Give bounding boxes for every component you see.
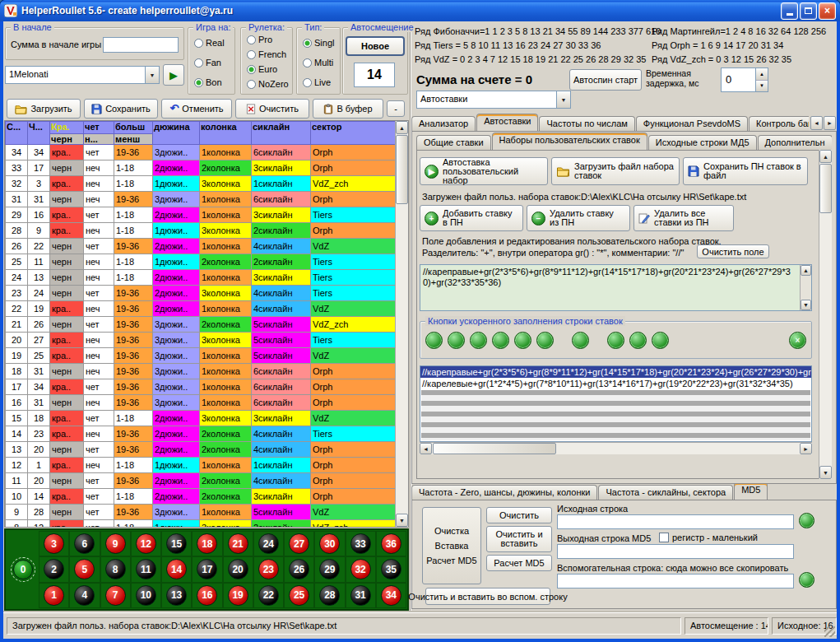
board-cell-4[interactable]: 4 bbox=[69, 583, 100, 608]
radio-euro[interactable]: Euro bbox=[247, 64, 277, 74]
md5-source-input[interactable] bbox=[557, 514, 794, 529]
header-low[interactable]: менш bbox=[114, 134, 153, 145]
history-row[interactable]: 2511черннеч1-181дюжи..2колонка2сиклайнTi… bbox=[6, 254, 397, 270]
history-row[interactable]: 2027кра..неч19-363дюжи..3колонка5сиклайн… bbox=[6, 333, 397, 348]
clear-field-button[interactable]: Очистить поле bbox=[697, 244, 769, 258]
board-cell-25[interactable]: 25 bbox=[284, 583, 314, 608]
tab-number-frequencies[interactable]: Частоты по числам bbox=[539, 116, 634, 131]
minimize-button[interactable] bbox=[781, 2, 798, 20]
board-cell-15[interactable]: 15 bbox=[161, 531, 192, 556]
radio-live[interactable]: Live bbox=[303, 77, 331, 87]
lowercase-option[interactable]: регистр - маленький bbox=[659, 533, 758, 542]
tab-general-stakes[interactable]: Общие ставки bbox=[416, 135, 491, 150]
stakes-list-item[interactable]: //карелевые+gr(1*2*4*5)+gr(7*8*10*11)+gr… bbox=[420, 378, 811, 389]
history-row[interactable]: 2219кра..неч19-362дюжи..1колонка4сиклайн… bbox=[6, 301, 397, 317]
board-cell-36[interactable]: 36 bbox=[376, 531, 406, 556]
board-cell-31[interactable]: 31 bbox=[346, 583, 376, 608]
board-cell-6[interactable]: 6 bbox=[69, 531, 100, 556]
listbox-h-scrollbar[interactable]: ◄ ► bbox=[420, 442, 812, 454]
board-cell-28[interactable]: 28 bbox=[314, 583, 345, 608]
radio-nozero[interactable]: NoZero bbox=[247, 79, 289, 89]
board-cell-34[interactable]: 34 bbox=[376, 583, 406, 608]
tab-additional[interactable]: Дополнительн bbox=[758, 135, 833, 150]
board-cell-18[interactable]: 18 bbox=[192, 531, 222, 556]
history-row[interactable]: 812кра..чет1-181дюжи..3колонка2сиклайнVd… bbox=[6, 520, 397, 528]
scroll-down-icon[interactable]: ▼ bbox=[819, 466, 832, 479]
history-row[interactable]: 3131черннеч19-363дюжи..1колонка6сиклайнO… bbox=[6, 192, 397, 207]
tab-scroll-left-icon[interactable]: ◄ bbox=[810, 116, 823, 130]
remove-stake-button[interactable]: − Удалить ставку из ПН bbox=[527, 205, 630, 231]
header-sector[interactable]: сектор bbox=[311, 122, 397, 145]
board-cell-12[interactable]: 12 bbox=[131, 531, 161, 556]
history-row[interactable]: 2126чернчет19-363дюжи..2колонка5сиклайнV… bbox=[6, 317, 397, 333]
history-row[interactable]: 323кра..неч1-181дюжи..3колонка1сиклайнVd… bbox=[6, 176, 397, 192]
autospin-start-button[interactable]: Автоспин старт bbox=[569, 69, 642, 91]
quick-fill-button-1[interactable] bbox=[425, 332, 443, 349]
history-row[interactable]: 2324чернчет19-362дюжи..3колонка4сиклайнT… bbox=[6, 286, 397, 301]
quick-fill-button-9[interactable] bbox=[629, 332, 647, 349]
header-parity-even[interactable]: чет bbox=[84, 122, 114, 134]
board-cell-26[interactable]: 26 bbox=[284, 556, 314, 582]
radio-pro[interactable]: Pro bbox=[247, 35, 272, 44]
tab-scroll-right-icon[interactable]: ► bbox=[824, 116, 836, 130]
system-combobox[interactable]: 1Melonati ▼ bbox=[5, 66, 160, 84]
resize-grip[interactable] bbox=[824, 626, 835, 637]
tab-md5[interactable]: MD5 bbox=[734, 484, 768, 500]
clear-button[interactable]: Очистить bbox=[235, 99, 309, 119]
radio-real[interactable]: Real bbox=[194, 38, 225, 48]
header-spin[interactable]: С... bbox=[6, 122, 28, 145]
stake-edit-field[interactable]: //кареправые+gr(2*3*5*6)+gr(8*9*11*12)+g… bbox=[420, 264, 812, 311]
scroll-up-icon[interactable]: ▲ bbox=[819, 150, 832, 163]
history-row[interactable]: 1831черннеч19-363дюжи..1колонка6сиклайнO… bbox=[6, 364, 397, 379]
board-cell-22[interactable]: 22 bbox=[253, 583, 284, 608]
board-cell-17[interactable]: 17 bbox=[192, 556, 222, 582]
header-column[interactable]: колонка bbox=[200, 122, 252, 145]
board-cell-23[interactable]: 23 bbox=[253, 556, 284, 582]
history-row[interactable]: 1014кра..чет1-182дюжи..2колонка3сиклайнO… bbox=[6, 489, 397, 505]
quick-fill-button-8[interactable] bbox=[607, 332, 624, 349]
chevron-down-icon[interactable]: ▼ bbox=[556, 91, 570, 108]
md5-clear-paste-aux-button[interactable]: Очистить и вставить во вспом. строку bbox=[425, 588, 550, 605]
md5-calc-button[interactable]: Расчет MD5 bbox=[486, 555, 552, 571]
history-row[interactable]: 1120чернчет19-362дюжи..2колонка4сиклайнO… bbox=[6, 473, 397, 489]
quick-fill-button-4[interactable] bbox=[492, 332, 509, 349]
board-cell-32[interactable]: 32 bbox=[346, 556, 376, 582]
radio-french[interactable]: French bbox=[247, 49, 286, 59]
quick-fill-button-5[interactable] bbox=[514, 332, 531, 349]
scroll-down-icon[interactable]: ▼ bbox=[801, 300, 811, 310]
save-set-file-button[interactable]: Сохранить ПН ставок в файл bbox=[683, 157, 808, 185]
scroll-up-icon[interactable]: ▲ bbox=[801, 265, 811, 276]
chevron-down-icon[interactable]: ▼ bbox=[145, 67, 159, 83]
board-cell-35[interactable]: 35 bbox=[376, 556, 406, 582]
scroll-up-icon[interactable]: ▲ bbox=[396, 121, 408, 134]
quick-fill-button-10[interactable] bbox=[652, 332, 669, 349]
stakes-list-item[interactable]: //кареправые+gr(2*3*5*6)+gr(8*9*11*12)+g… bbox=[420, 366, 811, 378]
header-parity-odd[interactable]: н... bbox=[84, 134, 114, 145]
board-cell-10[interactable]: 10 bbox=[131, 583, 161, 608]
md5-output-input[interactable] bbox=[557, 544, 794, 559]
tab-freq-sixlines[interactable]: Частота - сиклайны, сектора bbox=[598, 485, 733, 500]
history-row[interactable]: 2622чернчет19-362дюжи..1колонка4сиклайнV… bbox=[6, 239, 397, 254]
add-stake-button[interactable]: + Добавить ставку в ПН bbox=[420, 205, 523, 231]
board-cell-1[interactable]: 1 bbox=[39, 583, 69, 608]
board-cell-3[interactable]: 3 bbox=[39, 531, 69, 556]
board-cell-30[interactable]: 30 bbox=[314, 531, 345, 556]
board-cell-24[interactable]: 24 bbox=[253, 531, 284, 556]
remove-all-stakes-button[interactable]: Удалить все ставки из ПН bbox=[633, 205, 734, 231]
radio-fan[interactable]: Fan bbox=[194, 58, 221, 67]
history-row[interactable]: 3317черннеч1-182дюжи..2колонка3сиклайнOr… bbox=[6, 160, 397, 176]
history-row[interactable]: 121кра..неч1-181дюжи..1колонка1сиклайнOr… bbox=[6, 458, 397, 473]
history-scrollbar[interactable]: ▲ ▼ bbox=[395, 121, 408, 527]
history-row[interactable]: 1925кра..неч19-363дюжи..1колонка5сиклайн… bbox=[6, 348, 397, 364]
board-cell-33[interactable]: 33 bbox=[346, 531, 376, 556]
start-sum-input[interactable] bbox=[103, 37, 179, 53]
md5-clear-paste-button[interactable]: Очистить и вставить bbox=[486, 526, 552, 552]
tab-psevdoms[interactable]: Функционал PsevdoMS bbox=[636, 116, 748, 131]
stakes-listbox[interactable]: //кареправые+gr(2*3*5*6)+gr(8*9*11*12)+g… bbox=[420, 365, 812, 442]
history-row[interactable]: 928чернчет19-363дюжи..1колонка5сиклайнVd… bbox=[6, 505, 397, 520]
quick-fill-button-6[interactable] bbox=[536, 332, 554, 349]
header-sixline[interactable]: сиклайн bbox=[252, 122, 311, 145]
h-scrollbar-thumb[interactable] bbox=[433, 443, 556, 454]
md5-clear-button[interactable]: Очистить bbox=[486, 507, 552, 523]
board-cell-27[interactable]: 27 bbox=[284, 531, 314, 556]
